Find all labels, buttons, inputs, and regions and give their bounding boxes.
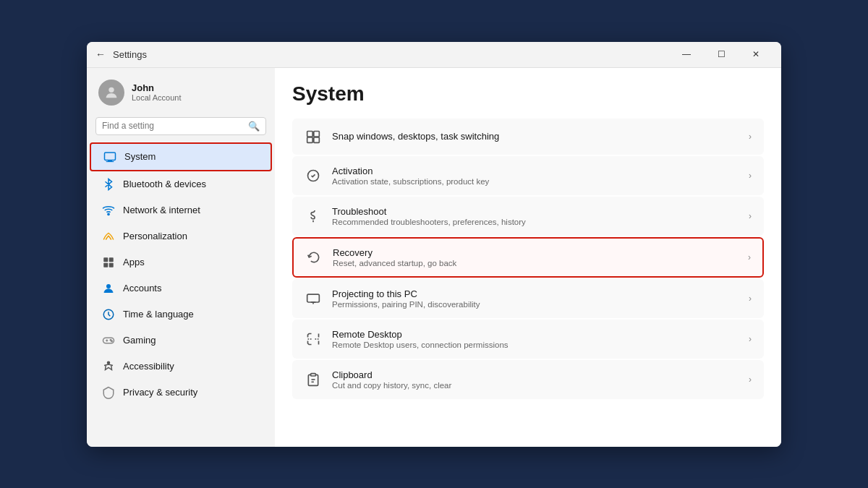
- sidebar-label-network: Network & internet: [123, 205, 200, 215]
- sidebar-label-time: Time & language: [123, 309, 194, 320]
- svg-rect-18: [314, 137, 320, 142]
- projecting-icon: [305, 290, 322, 307]
- projecting-chevron: ›: [749, 294, 752, 304]
- gaming-icon: [101, 333, 116, 348]
- recovery-chevron: ›: [748, 252, 751, 262]
- window-title: Settings: [113, 49, 670, 60]
- svg-point-4: [108, 213, 109, 215]
- sidebar-label-system: System: [124, 151, 156, 162]
- back-button[interactable]: ←: [95, 48, 106, 60]
- recovery-title: Recovery: [333, 247, 738, 258]
- remote-desktop-text: Remote Desktop Remote Desktop users, con…: [332, 329, 739, 349]
- svg-rect-3: [106, 161, 114, 162]
- network-icon: [101, 203, 116, 218]
- remote-desktop-chevron: ›: [749, 334, 752, 344]
- remote-desktop-title: Remote Desktop: [332, 329, 739, 340]
- troubleshoot-chevron: ›: [749, 211, 752, 221]
- sidebar-item-apps[interactable]: Apps: [90, 249, 272, 275]
- bluetooth-icon: [101, 177, 116, 192]
- avatar: [98, 80, 124, 106]
- remote-desktop-icon: [305, 330, 322, 348]
- svg-rect-15: [307, 131, 313, 137]
- sidebar-item-accounts[interactable]: Accounts: [90, 275, 272, 301]
- accessibility-icon: [101, 359, 116, 374]
- clipboard-chevron: ›: [749, 374, 752, 385]
- search-box[interactable]: 🔍: [95, 117, 266, 135]
- projecting-desc: Permissions, pairing PIN, discoverabilit…: [332, 300, 739, 309]
- clipboard-icon: [305, 371, 322, 388]
- user-info: John Local Account: [132, 82, 182, 102]
- settings-window: ← Settings — ☐ ✕ John Local Account: [87, 42, 781, 447]
- svg-point-9: [106, 284, 111, 288]
- sidebar-item-time[interactable]: Time & language: [90, 301, 272, 328]
- accounts-icon: [101, 281, 116, 296]
- close-button[interactable]: ✕: [739, 43, 773, 66]
- sidebar-item-system[interactable]: System: [90, 142, 272, 171]
- svg-rect-1: [105, 153, 116, 160]
- activation-title: Activation: [332, 166, 739, 176]
- sidebar-item-privacy[interactable]: Privacy & security: [90, 380, 272, 406]
- troubleshoot-text: Troubleshoot Recommended troubleshooters…: [332, 206, 739, 226]
- system-icon: [103, 150, 117, 164]
- window-controls: — ☐ ✕: [670, 43, 773, 66]
- maximize-button[interactable]: ☐: [705, 43, 738, 66]
- troubleshoot-desc: Recommended troubleshooters, preferences…: [332, 218, 739, 226]
- sidebar-item-personalization[interactable]: Personalization: [90, 223, 272, 249]
- recovery-desc: Reset, advanced startup, go back: [333, 259, 738, 267]
- troubleshoot-title: Troubleshoot: [332, 206, 739, 217]
- settings-item-remote-desktop[interactable]: Remote Desktop Remote Desktop users, con…: [292, 320, 764, 359]
- clipboard-title: Clipboard: [332, 369, 739, 380]
- activation-icon: [305, 167, 322, 184]
- sidebar-label-gaming: Gaming: [123, 335, 156, 346]
- svg-point-14: [108, 361, 110, 364]
- search-icon: 🔍: [248, 121, 260, 132]
- settings-item-clipboard[interactable]: Clipboard Cut and copy history, sync, cl…: [292, 360, 764, 399]
- user-name: John: [132, 82, 182, 93]
- svg-point-0: [109, 87, 114, 92]
- projecting-title: Projecting to this PC: [332, 288, 739, 299]
- snap-title: Snap windows, desktops, task switching: [332, 131, 739, 142]
- sidebar-label-personalization: Personalization: [123, 231, 187, 241]
- settings-item-snap[interactable]: Snap windows, desktops, task switching ›: [292, 119, 764, 155]
- remote-desktop-desc: Remote Desktop users, connection permiss…: [332, 341, 739, 349]
- svg-rect-17: [307, 137, 313, 142]
- sidebar-label-privacy: Privacy & security: [123, 387, 197, 398]
- sidebar-item-network[interactable]: Network & internet: [90, 197, 272, 223]
- settings-item-projecting[interactable]: Projecting to this PC Permissions, pairi…: [292, 279, 764, 318]
- svg-rect-5: [103, 257, 108, 262]
- svg-point-13: [111, 341, 113, 342]
- svg-rect-16: [314, 131, 320, 137]
- sidebar-item-accessibility[interactable]: Accessibility: [90, 354, 272, 380]
- settings-list: Snap windows, desktops, task switching ›…: [292, 119, 764, 399]
- settings-item-recovery[interactable]: Recovery Reset, advanced startup, go bac…: [292, 237, 764, 278]
- settings-item-activation[interactable]: Activation Activation state, subscriptio…: [292, 156, 764, 195]
- projecting-text: Projecting to this PC Permissions, pairi…: [332, 288, 739, 309]
- user-profile: John Local Account: [87, 68, 275, 113]
- recovery-icon: [305, 249, 323, 266]
- activation-text: Activation Activation state, subscriptio…: [332, 166, 739, 186]
- sidebar-item-gaming[interactable]: Gaming: [90, 328, 272, 354]
- recovery-text: Recovery Reset, advanced startup, go bac…: [333, 247, 738, 267]
- svg-rect-21: [307, 294, 320, 302]
- sidebar-item-bluetooth[interactable]: Bluetooth & devices: [90, 171, 272, 197]
- minimize-button[interactable]: —: [670, 43, 703, 66]
- main-content: System Snap windows, desktops, task swit…: [275, 68, 781, 447]
- activation-chevron: ›: [749, 171, 752, 181]
- sidebar-label-accounts: Accounts: [123, 283, 161, 294]
- clipboard-desc: Cut and copy history, sync, clear: [332, 381, 739, 390]
- snap-chevron: ›: [749, 132, 752, 142]
- apps-icon: [101, 255, 116, 270]
- svg-rect-6: [109, 257, 114, 262]
- activation-desc: Activation state, subscriptions, product…: [332, 177, 739, 186]
- privacy-icon: [101, 385, 116, 400]
- svg-rect-28: [311, 373, 316, 375]
- search-input[interactable]: [102, 121, 244, 131]
- page-title: System: [292, 82, 764, 106]
- troubleshoot-icon: [305, 207, 322, 225]
- content-area: John Local Account 🔍 System Bl: [87, 68, 781, 447]
- clipboard-text: Clipboard Cut and copy history, sync, cl…: [332, 369, 739, 390]
- svg-rect-2: [108, 160, 112, 161]
- user-role: Local Account: [132, 93, 182, 102]
- svg-rect-7: [103, 262, 108, 267]
- settings-item-troubleshoot[interactable]: Troubleshoot Recommended troubleshooters…: [292, 197, 764, 236]
